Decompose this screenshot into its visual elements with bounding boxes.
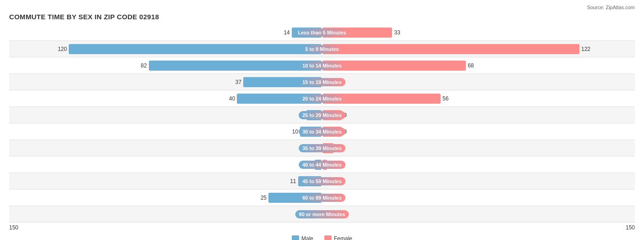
male-bar <box>243 77 321 87</box>
chart-row: 37 15 to 19 Minutes 0 <box>9 74 635 90</box>
chart-row: 7 25 to 29 Minutes 9 <box>9 107 635 123</box>
legend-female-box <box>324 235 332 240</box>
female-value: 122 <box>579 46 594 52</box>
female-value: 5 <box>333 145 348 151</box>
female-value: 0 <box>323 178 338 184</box>
female-bar <box>323 143 333 153</box>
female-value: 2 <box>327 162 342 168</box>
male-bar <box>69 44 321 54</box>
chart-area: 14 Less than 5 Minutes 33 120 5 to 9 Min… <box>9 24 635 231</box>
male-bar <box>237 94 321 104</box>
axis-left: 150 <box>9 224 18 231</box>
male-value: 14 <box>277 29 292 36</box>
male-value: 40 <box>222 95 237 102</box>
legend-female: Female <box>324 235 352 240</box>
legend-male-box <box>292 235 299 240</box>
female-value: 56 <box>441 95 455 102</box>
chart-row: 14 Less than 5 Minutes 33 <box>9 24 635 41</box>
female-bar <box>323 94 441 104</box>
chart-row: 0 90 or more Minutes 0 <box>9 206 635 223</box>
female-value: 68 <box>466 62 480 69</box>
chart-row: 40 20 to 24 Minutes 56 <box>9 90 635 107</box>
chart-row: 0 35 to 39 Minutes 5 <box>9 140 635 156</box>
female-value: 0 <box>323 79 338 85</box>
female-value: 9 <box>342 112 356 118</box>
female-value: 0 <box>323 211 338 218</box>
source-label: Source: ZipAtlas.com <box>9 5 635 10</box>
male-value: 25 <box>254 195 268 201</box>
female-bar <box>323 127 342 137</box>
male-value: 7 <box>292 112 306 118</box>
male-value: 0 <box>306 211 321 218</box>
axis-right: 150 <box>626 224 635 231</box>
chart-row: 10 30 to 34 Minutes 9 <box>9 123 635 140</box>
male-bar <box>268 193 321 203</box>
legend-male: Male <box>292 235 313 240</box>
male-value: 0 <box>306 145 321 151</box>
female-bar <box>323 110 342 120</box>
male-value: 10 <box>285 128 300 135</box>
chart-row: 120 5 to 9 Minutes 122 <box>9 41 635 57</box>
chart-row: 82 10 to 14 Minutes 68 <box>9 57 635 74</box>
male-bar <box>315 160 321 170</box>
chart-body: 14 Less than 5 Minutes 33 120 5 to 9 Min… <box>9 24 635 223</box>
male-bar <box>306 110 321 120</box>
legend: Male Female <box>9 235 635 240</box>
male-value: 120 <box>54 46 69 52</box>
chart-row: 3 40 to 44 Minutes 2 <box>9 156 635 173</box>
legend-female-label: Female <box>334 235 352 240</box>
female-bar <box>323 160 327 170</box>
chart-title: COMMUTE TIME BY SEX IN ZIP CODE 02918 <box>9 13 635 21</box>
female-bar <box>323 44 579 54</box>
chart-row: 25 60 to 89 Minutes 0 <box>9 190 635 206</box>
female-value: 9 <box>342 128 356 135</box>
male-bar <box>298 176 321 186</box>
male-bar <box>149 61 321 71</box>
male-value: 82 <box>134 62 149 69</box>
male-bar <box>300 127 321 137</box>
female-value: 33 <box>392 29 407 36</box>
female-bar <box>323 61 466 71</box>
female-bar <box>323 28 392 38</box>
male-value: 3 <box>300 162 315 168</box>
chart-row: 11 45 to 59 Minutes 0 <box>9 173 635 190</box>
male-value: 11 <box>284 178 298 184</box>
female-value: 0 <box>323 195 338 201</box>
male-value: 37 <box>229 79 243 85</box>
legend-male-label: Male <box>301 235 313 240</box>
male-bar <box>292 28 321 38</box>
